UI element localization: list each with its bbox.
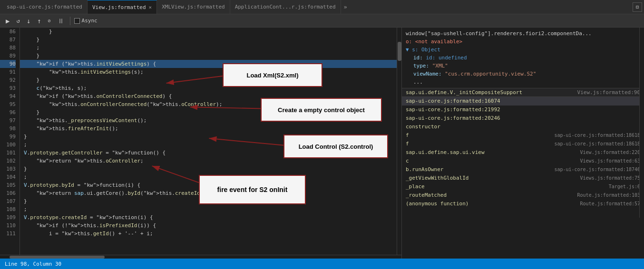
- code-line[interactable]: V.prototype.byId = "kw">function(i) {: [20, 181, 397, 189]
- line-number: 104: [0, 173, 16, 181]
- code-line[interactable]: ;: [20, 44, 397, 52]
- call-stack-item[interactable]: cViews.js:formatted:63: [402, 157, 644, 165]
- step-out-icon[interactable]: ↑: [35, 16, 43, 26]
- call-stack-fn-name: c: [406, 157, 409, 165]
- async-toggle[interactable]: Async: [74, 18, 98, 24]
- line-number: 108: [0, 205, 16, 213]
- call-stack-item[interactable]: sap-ui-core.js:formatted:21992: [402, 106, 644, 114]
- line-number: 91: [0, 68, 16, 76]
- tab-view-js[interactable]: View.js:formatted ×: [88, 0, 157, 14]
- step-over-icon[interactable]: ↺: [14, 17, 21, 25]
- line-number: 92: [0, 76, 16, 84]
- code-line[interactable]: }: [20, 28, 397, 36]
- line-number: 97: [0, 116, 16, 125]
- call-stack-fn-name: sap-ui-core.js:formatted:16074: [406, 97, 500, 106]
- code-line[interactable]: }: [20, 133, 397, 141]
- step-into-icon[interactable]: ↓: [25, 16, 32, 26]
- call-stack-item[interactable]: _getViewWithGlobalIdViews.js:formatted:7…: [402, 174, 644, 183]
- line-number: 86: [0, 28, 16, 36]
- tab-sap-ui-core[interactable]: sap-ui-core.js:formatted: [2, 0, 88, 14]
- scrollbar-thumb-h: [10, 256, 105, 259]
- code-line[interactable]: }: [20, 197, 397, 205]
- line-number: 94: [0, 92, 16, 100]
- tab-close-icon[interactable]: ×: [149, 4, 152, 10]
- call-stack-item[interactable]: b.runAsOwnersap-ui-core.js:formatted:187…: [402, 165, 644, 174]
- line-number: 110: [0, 221, 16, 230]
- line-numbers: 8687888990919293949596979899100101102103…: [0, 28, 20, 255]
- code-lines[interactable]: } } ; } "kw">if ("kw">this.initViewSetti…: [20, 28, 397, 255]
- call-stack-item[interactable]: constructor: [402, 123, 644, 131]
- debug-info: window["sap-ushell-config"].renderers.fi…: [402, 28, 644, 88]
- call-stack-item[interactable]: _placeTarget.js:6: [402, 183, 644, 191]
- code-line[interactable]: }: [20, 36, 397, 44]
- call-stack-fn-name: constructor: [406, 123, 440, 131]
- debug-s-id: id: id: undefined: [406, 54, 640, 62]
- line-number: 101: [0, 149, 16, 157]
- vertical-scrollbar[interactable]: [397, 28, 401, 255]
- horizontal-scrollbar[interactable]: [0, 255, 401, 259]
- code-line[interactable]: }: [20, 108, 397, 116]
- code-line[interactable]: ;: [20, 173, 397, 181]
- code-line[interactable]: "kw">return sap.ui.getCore().byId("kw">t…: [20, 189, 397, 197]
- call-stack-item[interactable]: sap-ui-core.js:formatted:16074: [402, 97, 644, 106]
- code-line[interactable]: ;: [20, 205, 397, 213]
- call-stack-fn-name: _getViewWithGlobalId: [406, 174, 468, 183]
- async-checkbox[interactable]: [74, 18, 80, 24]
- tab-appcontroller[interactable]: ApplicationCont...r.js:formatted: [230, 0, 341, 14]
- tab-xmlview[interactable]: XMLView.js:formatted: [157, 0, 230, 14]
- line-number: 111: [0, 230, 16, 238]
- line-number: 90: [0, 60, 16, 68]
- code-line[interactable]: V.prototype.getController = "kw">functio…: [20, 149, 397, 157]
- code-line[interactable]: "kw">if ("kw">this.initViewSettings) {: [20, 60, 397, 68]
- call-stack-item[interactable]: sap.ui.define.sap.ui.viewView.js:formatt…: [402, 148, 644, 157]
- call-stack-item[interactable]: sap-ui-core.js:formatted:20246: [402, 114, 644, 123]
- call-stack-item[interactable]: fsap-ui-core.js:formatted:18618: [402, 140, 644, 148]
- tab-label: XMLView.js:formatted: [162, 4, 224, 10]
- code-panel: 8687888990919293949596979899100101102103…: [0, 28, 402, 259]
- call-stack-location: sap-ui-core.js:formatted:18746: [554, 165, 640, 174]
- tab-overflow-button[interactable]: »: [341, 4, 350, 10]
- code-line[interactable]: "kw">this.onControllerConnected("kw">thi…: [20, 100, 397, 108]
- line-number: 96: [0, 108, 16, 116]
- code-line[interactable]: c("kw">this, s);: [20, 84, 397, 92]
- debug-window-line: window["sap-ushell-config"].renderers.fi…: [406, 29, 640, 38]
- code-line[interactable]: }: [20, 52, 397, 60]
- toolbar-separator: [70, 17, 70, 25]
- code-line[interactable]: V.prototype.createId = "kw">function(i) …: [20, 213, 397, 221]
- call-stack-fn-name: sap-ui-core.js:formatted:21992: [406, 106, 500, 114]
- call-stack-fn-name: _routeMatched: [406, 191, 447, 200]
- code-line[interactable]: "kw">return "kw">this.oController;: [20, 157, 397, 165]
- call-stack-fn-name: _place: [406, 183, 425, 191]
- deactivate-breakpoints-icon[interactable]: ⊘: [46, 17, 53, 24]
- call-stack-location: Views.js:formatted:75: [580, 174, 640, 183]
- line-number: 98: [0, 125, 16, 133]
- tab-label: View.js:formatted: [92, 4, 146, 10]
- call-stack-item[interactable]: _routeMatchedRoute.js:formatted:103: [402, 191, 644, 200]
- code-line[interactable]: "kw">this.initViewSettings(s);: [20, 68, 397, 76]
- code-line[interactable]: }: [20, 165, 397, 173]
- code-line[interactable]: "kw">this.fireAfterInit();: [20, 125, 397, 133]
- code-line[interactable]: }: [20, 76, 397, 84]
- code-line[interactable]: ;: [20, 141, 397, 149]
- resume-icon[interactable]: ▶: [4, 16, 11, 26]
- call-stack-location: Route.js:formatted:103: [577, 191, 640, 200]
- right-panel-scrollbar[interactable]: [639, 28, 644, 218]
- call-stack-loc-header: View.js:formatted:90: [577, 89, 640, 96]
- pause-on-exceptions-icon[interactable]: ⏸: [56, 16, 66, 26]
- code-line[interactable]: "kw">if (!"kw">this.isPrefixedId(i)) {: [20, 221, 397, 230]
- main-content: 8687888990919293949596979899100101102103…: [0, 28, 644, 259]
- async-label-text: Async: [82, 18, 98, 24]
- call-stack-fn-name: sap.ui.define.sap.ui.view: [406, 148, 485, 157]
- debug-o-line: o: <not available>: [406, 38, 640, 46]
- line-number: 107: [0, 197, 16, 205]
- line-number: 106: [0, 189, 16, 197]
- code-line[interactable]: i = "kw">this.getId() + '--' + i;: [20, 230, 397, 238]
- code-line[interactable]: "kw">this._preprocessViewContent();: [20, 116, 397, 125]
- line-number: 105: [0, 181, 16, 189]
- call-stack-item[interactable]: fsap-ui-core.js:formatted:18618: [402, 131, 644, 140]
- tab-label: ApplicationCont...r.js:formatted: [235, 4, 336, 10]
- line-number: 89: [0, 52, 16, 60]
- code-line[interactable]: "kw">if ("kw">this.onControllerConnected…: [20, 92, 397, 100]
- panel-layout-icon[interactable]: ⊡: [633, 2, 642, 12]
- call-stack-item[interactable]: (anonymous function)Route.js:formatted:5…: [402, 200, 644, 208]
